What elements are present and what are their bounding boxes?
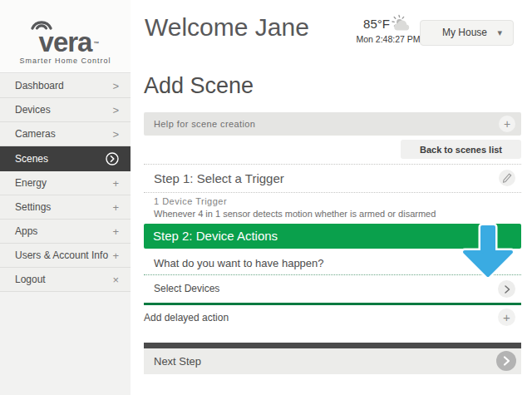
weather-widget: 85°F Mon 2:48:27 PM (347, 14, 430, 44)
plus-icon: + (112, 249, 119, 262)
sidebar-item-scenes[interactable]: Scenes (0, 146, 131, 171)
logo-tagline: Smarter Home Control (0, 57, 131, 65)
logo-area: vera™ Smarter Home Control (0, 0, 131, 73)
add-plus-icon[interactable]: + (498, 309, 515, 326)
sidebar-item-users-account-info[interactable]: Users & Account Info + (0, 244, 131, 268)
sidebar-item-energy[interactable]: Energy + (0, 171, 131, 195)
step2-question: What do you want to have happen? (154, 257, 324, 269)
next-chevron-icon[interactable] (496, 351, 516, 371)
trademark-symbol: ™ (93, 30, 99, 57)
chevron-right-icon[interactable] (498, 280, 515, 298)
plus-icon: + (112, 225, 119, 238)
add-delayed-action-row[interactable]: Add delayed action + (144, 307, 521, 328)
step1-header[interactable]: Step 1: Select a Trigger (144, 165, 521, 192)
chevron-right-icon: > (112, 128, 119, 141)
main-content: Welcome Jane 85°F Mon 2:48:27 PM My Hous… (131, 0, 532, 395)
trigger-description: Whenever 4 in 1 sensor detects motion wh… (154, 209, 520, 219)
caret-down-icon: ▾ (497, 21, 502, 45)
partly-cloudy-icon (392, 14, 413, 32)
select-devices-row[interactable]: Select Devices (144, 275, 521, 303)
sidebar-item-logout[interactable]: Logout × (0, 268, 131, 292)
chevron-right-icon: > (112, 104, 119, 116)
temperature-value: 85°F (363, 17, 390, 31)
trigger-count-label: 1 Device Trigger (154, 196, 520, 206)
next-step-button[interactable]: Next Step (144, 348, 521, 374)
step2-header: Step 2: Device Actions (144, 224, 521, 249)
sidebar-item-settings[interactable]: Settings + (0, 195, 131, 220)
plus-icon: + (112, 177, 119, 190)
house-selector-dropdown[interactable]: My House ▾ (420, 20, 514, 46)
chevron-right-icon: > (112, 80, 119, 92)
welcome-heading: Welcome Jane (145, 13, 309, 42)
sidebar-item-cameras[interactable]: Cameras > (0, 122, 131, 146)
sidebar-item-devices[interactable]: Devices > (0, 98, 131, 122)
trigger-summary: 1 Device Trigger Whenever 4 in 1 sensor … (154, 196, 520, 219)
sidebar-item-apps[interactable]: Apps + (0, 220, 131, 244)
step2-bottom-border (144, 303, 521, 305)
sidebar: vera™ Smarter Home Control Dashboard > D… (0, 0, 131, 395)
sidebar-menu: Dashboard > Devices > Cameras > Scenes E… (0, 74, 131, 292)
chevron-circle-icon (106, 152, 119, 165)
logo-wordmark: vera™ (39, 28, 92, 56)
expand-help-plus-icon[interactable]: + (499, 116, 515, 132)
edit-pencil-icon[interactable] (499, 170, 515, 186)
next-step-top-strip (144, 343, 521, 348)
sidebar-item-dashboard[interactable]: Dashboard > (0, 74, 131, 98)
close-icon: × (112, 274, 119, 286)
vera-app-window: vera™ Smarter Home Control Dashboard > D… (0, 0, 532, 395)
plus-icon: + (112, 201, 119, 214)
datetime-label: Mon 2:48:27 PM (347, 34, 430, 44)
vera-logo: vera™ Smarter Home Control (0, 18, 131, 65)
page-title: Add Scene (144, 73, 254, 99)
separator (144, 192, 521, 193)
help-bar[interactable]: Help for scene creation + (144, 112, 521, 136)
back-to-scenes-button[interactable]: Back to scenes list (401, 140, 521, 159)
